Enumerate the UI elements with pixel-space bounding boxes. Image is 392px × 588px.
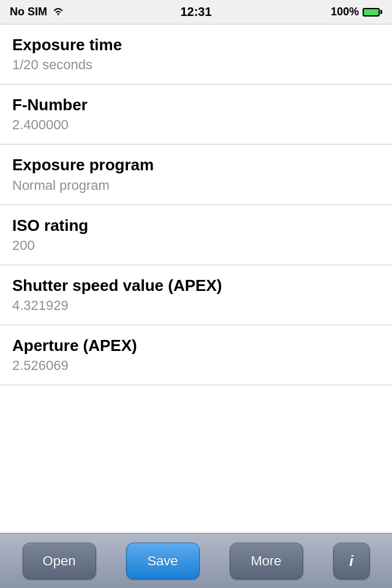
item-value-0: 1/20 seconds [12, 57, 380, 73]
info-button[interactable]: i [333, 543, 370, 579]
svg-point-0 [58, 13, 59, 15]
toolbar: Open Save More i [0, 533, 392, 588]
info-icon: i [349, 552, 353, 570]
list-item: Aperture (APEX)2.526069 [0, 325, 392, 385]
carrier-label: No SIM [10, 6, 47, 18]
battery-percent: 100% [331, 6, 359, 18]
battery-area: 100% [331, 6, 382, 18]
open-button[interactable]: Open [23, 543, 96, 579]
item-label-1: F-Number [12, 96, 380, 115]
list-item: Shutter speed value (APEX)4.321929 [0, 265, 392, 325]
item-value-5: 2.526069 [12, 358, 380, 374]
wifi-icon [52, 6, 64, 18]
battery-icon [363, 8, 382, 17]
list-item: F-Number2.400000 [0, 85, 392, 145]
content-list: Exposure time1/20 secondsF-Number2.40000… [0, 24, 392, 557]
time-label: 12:31 [180, 5, 211, 19]
item-label-4: Shutter speed value (APEX) [12, 276, 380, 295]
item-label-5: Aperture (APEX) [12, 336, 380, 355]
list-item: ISO rating200 [0, 205, 392, 265]
list-item: Exposure programNormal program [0, 145, 392, 205]
more-button[interactable]: More [230, 543, 303, 579]
carrier-area: No SIM [10, 6, 64, 18]
item-label-0: Exposure time [12, 36, 380, 55]
item-label-2: Exposure program [12, 156, 380, 175]
item-label-3: ISO rating [12, 216, 380, 235]
status-bar: No SIM 12:31 100% [0, 0, 392, 24]
list-item: Exposure time1/20 seconds [0, 24, 392, 85]
save-button[interactable]: Save [126, 543, 200, 579]
item-value-3: 200 [12, 238, 380, 254]
item-value-1: 2.400000 [12, 117, 380, 133]
item-value-2: Normal program [12, 178, 380, 194]
item-value-4: 4.321929 [12, 298, 380, 314]
